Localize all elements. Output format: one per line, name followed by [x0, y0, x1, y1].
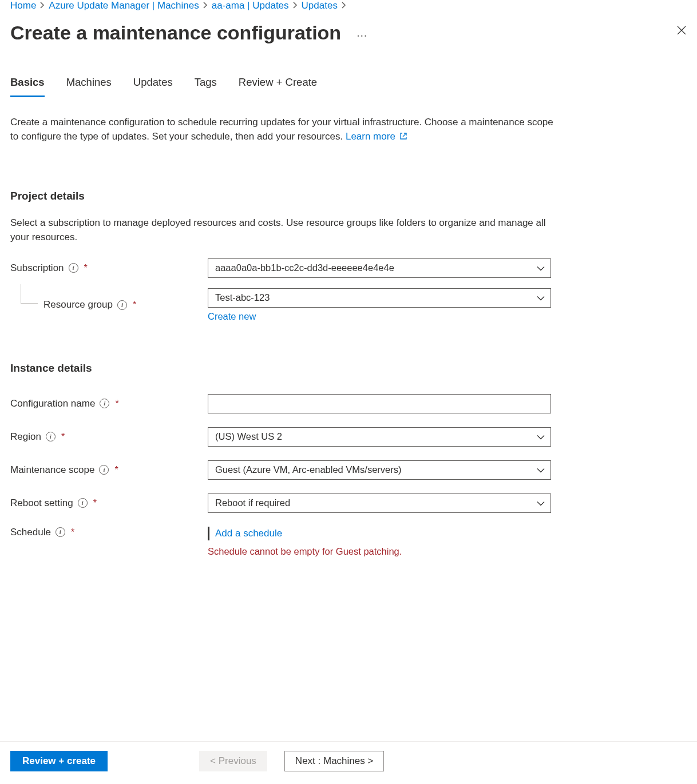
info-icon[interactable]: i	[117, 300, 127, 310]
info-icon[interactable]: i	[100, 399, 109, 408]
chevron-down-icon	[537, 498, 545, 508]
page-title: Create a maintenance configuration	[10, 22, 341, 44]
tab-updates[interactable]: Updates	[133, 76, 173, 97]
footer-action-bar: Review + create < Previous Next : Machin…	[0, 741, 697, 784]
subscription-value: aaaa0a0a-bb1b-cc2c-dd3d-eeeeee4e4e4e	[215, 262, 394, 273]
maintenance-scope-value: Guest (Azure VM, Arc-enabled VMs/servers…	[215, 464, 402, 475]
tab-tags[interactable]: Tags	[195, 76, 217, 97]
chevron-right-icon	[40, 1, 45, 10]
required-indicator: *	[115, 399, 118, 409]
info-icon[interactable]: i	[56, 527, 65, 537]
resource-group-value: Test-abc-123	[215, 292, 270, 303]
breadcrumb-updates[interactable]: Updates	[302, 0, 338, 11]
subscription-select[interactable]: aaaa0a0a-bb1b-cc2c-dd3d-eeeeee4e4e4e	[208, 258, 551, 278]
region-select[interactable]: (US) West US 2	[208, 427, 551, 447]
label-subscription: Subscription i *	[10, 262, 208, 274]
close-icon	[676, 25, 687, 35]
close-button[interactable]	[676, 25, 687, 35]
external-link-icon	[399, 130, 407, 145]
required-indicator: *	[133, 300, 136, 310]
info-icon[interactable]: i	[46, 432, 56, 441]
required-indicator: *	[61, 432, 65, 442]
tree-connector-icon	[21, 284, 38, 304]
required-indicator: *	[71, 527, 74, 538]
next-machines-button[interactable]: Next : Machines >	[284, 751, 385, 771]
required-indicator: *	[84, 263, 88, 273]
configuration-name-input[interactable]	[208, 394, 551, 413]
reboot-setting-select[interactable]: Reboot if required	[208, 494, 551, 513]
breadcrumb-home[interactable]: Home	[10, 0, 36, 11]
breadcrumb-aa-ama-updates[interactable]: aa-ama | Updates	[212, 0, 289, 11]
chevron-down-icon	[537, 292, 545, 303]
intro-text: Create a maintenance configuration to sc…	[10, 116, 560, 144]
chevron-right-icon	[293, 1, 298, 10]
more-actions-button[interactable]: …	[356, 26, 369, 39]
region-value: (US) West US 2	[215, 431, 282, 442]
chevron-right-icon	[342, 1, 346, 10]
label-configuration-name: Configuration name i *	[10, 398, 208, 409]
label-reboot-setting: Reboot setting i *	[10, 498, 208, 509]
create-new-link[interactable]: Create new	[208, 311, 551, 322]
chevron-right-icon	[203, 1, 208, 10]
section-title-instance-details: Instance details	[10, 362, 687, 375]
resource-group-select[interactable]: Test-abc-123	[208, 288, 551, 308]
breadcrumb-update-manager[interactable]: Azure Update Manager | Machines	[49, 0, 199, 11]
required-indicator: *	[114, 465, 118, 475]
chevron-down-icon	[537, 464, 545, 475]
label-region: Region i *	[10, 431, 208, 443]
tab-bar: Basics Machines Updates Tags Review + Cr…	[10, 76, 687, 97]
learn-more-link[interactable]: Learn more	[346, 131, 395, 142]
info-icon[interactable]: i	[99, 465, 109, 475]
schedule-error-text: Schedule cannot be empty for Guest patch…	[208, 546, 551, 557]
chevron-down-icon	[537, 262, 545, 273]
tab-basics[interactable]: Basics	[10, 76, 45, 97]
breadcrumb: Home Azure Update Manager | Machines aa-…	[10, 0, 687, 11]
info-icon[interactable]: i	[69, 263, 78, 273]
section-desc-project-details: Select a subscription to manage deployed…	[10, 216, 548, 244]
label-maintenance-scope: Maintenance scope i *	[10, 464, 208, 476]
tab-review-create[interactable]: Review + Create	[239, 76, 317, 97]
chevron-down-icon	[537, 431, 545, 442]
label-resource-group: Resource group i *	[10, 299, 208, 311]
label-schedule: Schedule i *	[10, 527, 208, 538]
maintenance-scope-select[interactable]: Guest (Azure VM, Arc-enabled VMs/servers…	[208, 460, 551, 480]
review-create-button[interactable]: Review + create	[10, 751, 108, 771]
info-icon[interactable]: i	[78, 498, 88, 508]
add-schedule-link[interactable]: Add a schedule	[215, 528, 551, 539]
section-title-project-details: Project details	[10, 190, 687, 202]
previous-button: < Previous	[199, 751, 267, 771]
reboot-setting-value: Reboot if required	[215, 498, 290, 508]
required-indicator: *	[93, 498, 97, 508]
tab-machines[interactable]: Machines	[66, 76, 112, 97]
